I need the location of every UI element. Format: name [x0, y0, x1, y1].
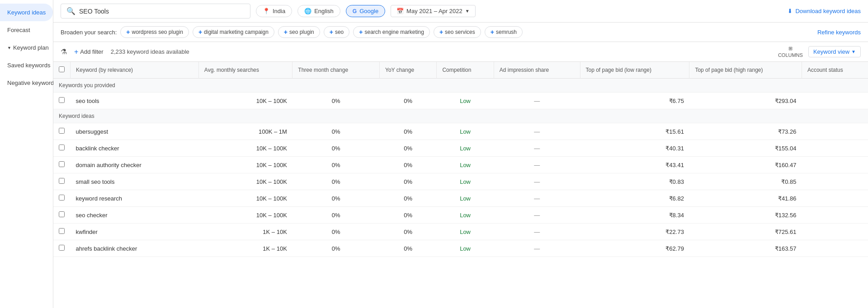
impression-cell: — [494, 123, 580, 140]
chevron-down-icon: ▼ [851, 49, 856, 54]
plus-icon: + [439, 28, 443, 36]
row-checkbox[interactable] [59, 97, 65, 103]
sidebar-item-forecast[interactable]: Forecast [0, 21, 53, 39]
column-header[interactable]: Top of page bid (high range) [689, 62, 802, 79]
broaden-tag[interactable]: +seo services [434, 26, 481, 38]
broaden-tag[interactable]: +seo [324, 26, 350, 38]
impression-cell: — [494, 240, 580, 257]
column-header[interactable]: YoY change [379, 62, 436, 79]
sidebar-item-saved-keywords[interactable]: Saved keywords [0, 56, 53, 74]
impression-cell: — [494, 224, 580, 240]
competition-cell: Low [437, 140, 494, 157]
three-month-cell: 0% [292, 123, 380, 140]
search-engine-label: Google [359, 8, 378, 14]
plus-icon: + [198, 28, 202, 36]
select-all-checkbox[interactable] [59, 66, 65, 72]
column-header[interactable]: Top of page bid (low range) [580, 62, 689, 79]
monthly-searches-cell: 10K – 100K [198, 93, 292, 109]
broaden-tag[interactable]: +seo plugin [278, 26, 320, 38]
bid-low-cell: ₹62.79 [580, 240, 689, 257]
row-checkbox[interactable] [59, 228, 65, 234]
monthly-searches-cell: 1K – 10K [198, 224, 292, 240]
sidebar-item-negative-keywords[interactable]: Negative keywords [0, 74, 53, 92]
bid-high-cell: ₹725.61 [689, 224, 802, 240]
search-icon: 🔍 [66, 7, 75, 15]
yoy-cell: 0% [379, 190, 436, 207]
row-checkbox[interactable] [59, 195, 65, 201]
language-filter[interactable]: 🌐 English [297, 5, 340, 17]
download-button[interactable]: ⬇ Download keyword ideas [788, 8, 861, 14]
search-input[interactable] [79, 8, 245, 15]
date-range-picker[interactable]: 📅 May 2021 – Apr 2022 ▼ [391, 5, 476, 17]
location-filter[interactable]: 📍 India [256, 5, 292, 17]
table-row: seo tools10K – 100K0%0%Low—₹6.75₹293.04 [53, 93, 868, 109]
table-row: ubersuggest100K – 1M0%0%Low—₹15.61₹73.26 [53, 123, 868, 140]
plus-icon: + [284, 28, 288, 36]
account-cell [802, 190, 868, 207]
bid-low-cell: ₹0.83 [580, 173, 689, 190]
keyword-cell: domain authority checker [71, 157, 199, 173]
tag-label: seo services [445, 29, 475, 35]
row-checkbox[interactable] [59, 145, 65, 150]
competition-cell: Low [437, 207, 494, 224]
download-label: Download keyword ideas [795, 8, 861, 14]
row-checkbox[interactable] [59, 161, 65, 167]
chevron-icon: ▼ [7, 46, 11, 50]
column-header[interactable]: Account status [802, 62, 868, 79]
competition-cell: Low [437, 173, 494, 190]
bid-high-cell: ₹293.04 [689, 93, 802, 109]
keyword-cell: seo checker [71, 207, 199, 224]
tag-label: semrush [496, 29, 517, 35]
account-cell [802, 207, 868, 224]
impression-cell: — [494, 207, 580, 224]
sidebar-item-keyword-plan[interactable]: ▼Keyword plan [0, 39, 53, 56]
column-header[interactable]: Ad impression share [494, 62, 580, 79]
broaden-tag[interactable]: +search engine marketing [353, 26, 430, 38]
column-header[interactable]: Avg. monthly searches [198, 62, 292, 79]
broaden-tag[interactable]: +digital marketing campaign [193, 26, 274, 38]
monthly-searches-cell: 10K – 100K [198, 207, 292, 224]
keyword-view-button[interactable]: Keyword view ▼ [808, 46, 861, 57]
three-month-cell: 0% [292, 173, 380, 190]
yoy-cell: 0% [379, 173, 436, 190]
section-header-row: Keyword ideas [53, 109, 868, 123]
sidebar-item-keyword-ideas[interactable]: Keyword ideas [0, 4, 53, 21]
table-row: backlink checker10K – 100K0%0%Low—₹40.31… [53, 140, 868, 157]
columns-label: COLUMNS [778, 52, 803, 58]
row-checkbox[interactable] [59, 128, 65, 134]
row-checkbox[interactable] [59, 178, 65, 184]
monthly-searches-cell: 100K – 1M [198, 123, 292, 140]
chevron-down-icon: ▼ [465, 9, 470, 14]
plus-icon: + [330, 28, 333, 36]
column-header[interactable]: Keyword (by relevance) [71, 62, 199, 79]
broaden-tag[interactable]: +wordpress seo plugin [120, 26, 189, 38]
three-month-cell: 0% [292, 224, 380, 240]
column-header[interactable]: Three month change [292, 62, 380, 79]
download-icon: ⬇ [788, 8, 793, 14]
add-filter-button[interactable]: + Add filter [74, 48, 104, 56]
bid-high-cell: ₹132.56 [689, 207, 802, 224]
bid-high-cell: ₹73.26 [689, 123, 802, 140]
row-checkbox[interactable] [59, 245, 65, 251]
column-header[interactable]: Competition [437, 62, 494, 79]
tag-label: digital marketing campaign [204, 29, 269, 35]
tag-label: seo plugin [289, 29, 314, 35]
three-month-cell: 0% [292, 157, 380, 173]
columns-button[interactable]: ⊞ COLUMNS [778, 46, 803, 58]
competition-cell: Low [437, 240, 494, 257]
google-icon: G [353, 8, 357, 14]
account-cell [802, 224, 868, 240]
language-label: English [314, 8, 334, 14]
refine-keywords-button[interactable]: Refine keywords [817, 29, 861, 36]
three-month-cell: 0% [292, 93, 380, 109]
broaden-tag[interactable]: +semrush [485, 26, 523, 38]
row-checkbox[interactable] [59, 211, 65, 217]
filter-icon[interactable]: ⚗ [61, 47, 67, 56]
keyword-cell: keyword research [71, 190, 199, 207]
date-range-label: May 2021 – Apr 2022 [406, 8, 462, 14]
plus-icon: + [74, 48, 78, 56]
search-engine-filter[interactable]: G Google [346, 5, 385, 17]
keyword-cell: kwfinder [71, 224, 199, 240]
bid-low-cell: ₹40.31 [580, 140, 689, 157]
search-box[interactable]: 🔍 [61, 4, 250, 19]
